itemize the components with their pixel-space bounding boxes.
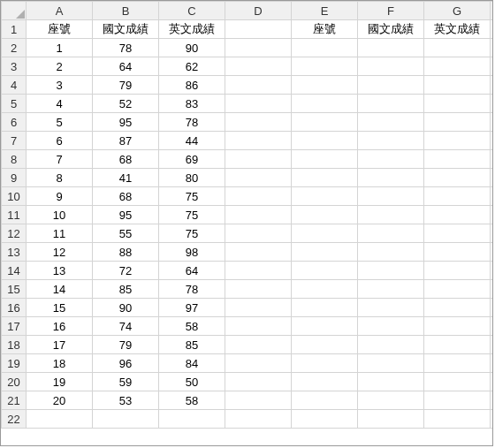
cell-A6[interactable]: 5	[27, 113, 93, 132]
cell-D16[interactable]	[225, 299, 292, 317]
row-header-21[interactable]: 21	[2, 391, 27, 410]
cell-A8[interactable]: 7	[27, 150, 93, 169]
cell-G13[interactable]	[424, 243, 491, 262]
cell-F4[interactable]	[358, 76, 424, 95]
cell-F19[interactable]	[358, 354, 424, 373]
cell-B11[interactable]: 95	[93, 206, 159, 224]
cell-D17[interactable]	[225, 317, 292, 336]
cell-C7[interactable]: 44	[159, 132, 225, 150]
row-header-11[interactable]: 11	[2, 206, 27, 224]
cell-D5[interactable]	[225, 95, 292, 113]
cell-G3[interactable]	[424, 57, 491, 76]
cell-A2[interactable]: 1	[27, 39, 93, 57]
cell-B20[interactable]: 59	[93, 373, 159, 391]
row-header-5[interactable]: 5	[2, 95, 27, 113]
cell-E17[interactable]	[292, 317, 358, 336]
cell-E4[interactable]	[292, 76, 358, 95]
cell-C2[interactable]: 90	[159, 39, 225, 57]
cell-F15[interactable]	[358, 280, 424, 299]
cell-G10[interactable]	[424, 187, 491, 206]
cell-D12[interactable]	[225, 224, 292, 243]
cell-C11[interactable]: 75	[159, 206, 225, 224]
cell-B9[interactable]: 41	[93, 169, 159, 187]
row-header-8[interactable]: 8	[2, 150, 27, 169]
cell-A14[interactable]: 13	[27, 262, 93, 280]
cell-A16[interactable]: 15	[27, 299, 93, 317]
cell-F3[interactable]	[358, 57, 424, 76]
cell-D13[interactable]	[225, 243, 292, 262]
col-header-E[interactable]: E	[292, 2, 358, 20]
cell-G4[interactable]	[424, 76, 491, 95]
cell-D19[interactable]	[225, 354, 292, 373]
cell-D18[interactable]	[225, 336, 292, 354]
cell-E12[interactable]	[292, 224, 358, 243]
cell-G21[interactable]	[424, 391, 491, 410]
col-header-G[interactable]: G	[424, 2, 491, 20]
row-header-20[interactable]: 20	[2, 373, 27, 391]
cell-D2[interactable]	[225, 39, 292, 57]
cell-E22[interactable]	[292, 410, 358, 429]
cell-G15[interactable]	[424, 280, 491, 299]
cell-A17[interactable]: 16	[27, 317, 93, 336]
cell-D3[interactable]	[225, 57, 292, 76]
cell-B13[interactable]: 88	[93, 243, 159, 262]
cell-C21[interactable]: 58	[159, 391, 225, 410]
cell-D22[interactable]	[225, 410, 292, 429]
cell-E6[interactable]	[292, 113, 358, 132]
cell-E13[interactable]	[292, 243, 358, 262]
cell-C19[interactable]: 84	[159, 354, 225, 373]
cell-C20[interactable]: 50	[159, 373, 225, 391]
cell-A9[interactable]: 8	[27, 169, 93, 187]
row-header-17[interactable]: 17	[2, 317, 27, 336]
cell-A12[interactable]: 11	[27, 224, 93, 243]
cell-E1[interactable]: 座號	[292, 20, 358, 39]
col-header-D[interactable]: D	[225, 2, 292, 20]
row-header-14[interactable]: 14	[2, 262, 27, 280]
cell-D9[interactable]	[225, 169, 292, 187]
select-all-corner[interactable]	[2, 2, 27, 20]
col-header-C[interactable]: C	[159, 2, 225, 20]
cell-D7[interactable]	[225, 132, 292, 150]
cell-C6[interactable]: 78	[159, 113, 225, 132]
cell-C16[interactable]: 97	[159, 299, 225, 317]
cell-F6[interactable]	[358, 113, 424, 132]
cell-E20[interactable]	[292, 373, 358, 391]
col-header-A[interactable]: A	[27, 2, 93, 20]
cell-G8[interactable]	[424, 150, 491, 169]
cell-G18[interactable]	[424, 336, 491, 354]
cell-D15[interactable]	[225, 280, 292, 299]
cell-C13[interactable]: 98	[159, 243, 225, 262]
cell-F10[interactable]	[358, 187, 424, 206]
cell-B3[interactable]: 64	[93, 57, 159, 76]
cell-E11[interactable]	[292, 206, 358, 224]
cell-F2[interactable]	[358, 39, 424, 57]
cell-B18[interactable]: 79	[93, 336, 159, 354]
cell-A15[interactable]: 14	[27, 280, 93, 299]
cell-E2[interactable]	[292, 39, 358, 57]
col-header-F[interactable]: F	[358, 2, 424, 20]
cell-A20[interactable]: 19	[27, 373, 93, 391]
row-header-3[interactable]: 3	[2, 57, 27, 76]
cell-B16[interactable]: 90	[93, 299, 159, 317]
cell-B22[interactable]	[93, 410, 159, 429]
cell-E18[interactable]	[292, 336, 358, 354]
cell-E16[interactable]	[292, 299, 358, 317]
row-header-19[interactable]: 19	[2, 354, 27, 373]
cell-F22[interactable]	[358, 410, 424, 429]
cell-C8[interactable]: 69	[159, 150, 225, 169]
cell-B21[interactable]: 53	[93, 391, 159, 410]
row-header-6[interactable]: 6	[2, 113, 27, 132]
cell-G14[interactable]	[424, 262, 491, 280]
cell-C12[interactable]: 75	[159, 224, 225, 243]
cell-D21[interactable]	[225, 391, 292, 410]
cell-A5[interactable]: 4	[27, 95, 93, 113]
cell-E14[interactable]	[292, 262, 358, 280]
cell-G11[interactable]	[424, 206, 491, 224]
cell-C10[interactable]: 75	[159, 187, 225, 206]
row-header-2[interactable]: 2	[2, 39, 27, 57]
cell-C14[interactable]: 64	[159, 262, 225, 280]
cell-F16[interactable]	[358, 299, 424, 317]
cell-F9[interactable]	[358, 169, 424, 187]
cell-G6[interactable]	[424, 113, 491, 132]
row-header-12[interactable]: 12	[2, 224, 27, 243]
